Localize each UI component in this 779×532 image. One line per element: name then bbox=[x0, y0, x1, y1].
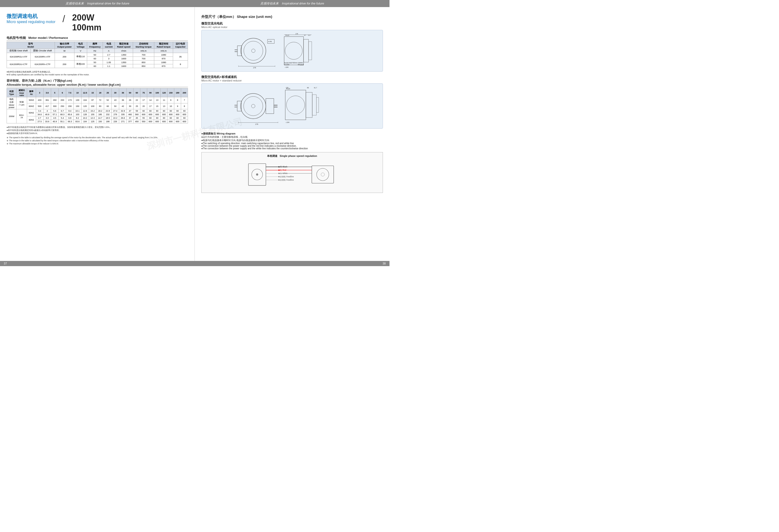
ac-standard-diagram: 176 □104 Φ120 176 66 41.7 4-Φ(B15) bbox=[201, 83, 383, 129]
motor-speed-label: 转速/ r pm bbox=[16, 97, 27, 109]
col-r90: 90 bbox=[147, 88, 154, 97]
svg-point-1 bbox=[244, 41, 263, 60]
col-r3: 3 bbox=[36, 88, 43, 97]
start-atf-50: 700 bbox=[133, 53, 154, 57]
speed-ctf-50: 1350 bbox=[115, 61, 133, 64]
note-en-3: ※ The maximum allowable torque of the re… bbox=[7, 142, 188, 145]
brand-cn-right: 灵感传动未来 bbox=[260, 2, 279, 5]
col-current: 电流current bbox=[103, 42, 115, 49]
ac-optical-title-en: Micro AC optical motor bbox=[201, 26, 383, 28]
col-r200: 200 bbox=[181, 88, 188, 97]
curr-atf-50: 2.7 bbox=[103, 53, 115, 57]
col-r15: 15 bbox=[89, 88, 96, 97]
rated-ctf-60: 870 bbox=[154, 64, 173, 68]
svg-rect-43 bbox=[316, 98, 319, 113]
cap-ctf: 8 bbox=[173, 61, 188, 68]
svg-point-29 bbox=[251, 104, 255, 108]
allow-row-2: 60HZ 50041730025020015012010083605042302… bbox=[7, 103, 188, 109]
curr-ctf-60: 1.1 bbox=[103, 64, 115, 68]
freq-atf-50: 50 bbox=[87, 53, 103, 57]
curr-ctf-50: 1.05 bbox=[103, 61, 115, 64]
allowable-section-title: 容许转矩、容许力矩:上段（N.m）/下段(kgf.cm) Allowable t… bbox=[7, 79, 188, 87]
subh-cap bbox=[173, 49, 188, 53]
brand-cn-left: 灵感传动未来 bbox=[65, 2, 84, 5]
col-model: 型号Model bbox=[7, 42, 55, 49]
col-voltage: 电压Voltage bbox=[74, 42, 87, 49]
svg-point-71 bbox=[321, 173, 324, 176]
svg-text:176: 176 bbox=[286, 87, 289, 88]
wiring-note-en-1: ●The switching of operating direction: m… bbox=[201, 142, 383, 144]
svg-rect-41 bbox=[306, 92, 312, 118]
page-number-left: 37 bbox=[4, 262, 7, 265]
col-r100: 100 bbox=[154, 88, 161, 97]
svg-point-27 bbox=[241, 94, 266, 119]
col-r125: 12.5 bbox=[81, 88, 89, 97]
svg-point-28 bbox=[244, 97, 263, 116]
model-size-block: 200W 100mm bbox=[72, 13, 101, 33]
svg-text:41.7
          
          4-Φ(: 41.7 4-Φ(B15) 电动机导线3*300mm UL1333 6P连接器 … bbox=[314, 87, 317, 88]
perf-row-1: 61K200RGU-ATF 61K200RA-ATF 200 单相110 50 … bbox=[7, 53, 188, 57]
col-r75b: 75 bbox=[140, 88, 147, 97]
left-page: 微型调速电机 Micro speed regulating motor / 20… bbox=[0, 7, 195, 261]
col-r120: 120 bbox=[161, 88, 168, 97]
svg-point-75 bbox=[278, 166, 280, 168]
svg-rect-40 bbox=[285, 90, 306, 120]
gear-6gu: 6GU-□K bbox=[16, 109, 27, 123]
svg-text:18AWG: 18AWG bbox=[298, 62, 303, 64]
col-r25: 25 bbox=[104, 88, 111, 97]
power-ctf: 200 bbox=[55, 61, 74, 68]
shape-title: 外型尺寸（单位mm） Shape size (unit mm) bbox=[201, 15, 383, 19]
ac-standard-title-en: Micro AC motor + standard reducer bbox=[201, 79, 383, 82]
single-phase-wiring-svg: 黑 Black 红 Red 白 White 反馈线 Feedline 反馈线 F… bbox=[204, 159, 380, 190]
power-atf: 200 bbox=[55, 53, 74, 61]
col-r10: 10 bbox=[74, 88, 81, 97]
subh-a: A bbox=[103, 49, 115, 53]
svg-text:□104: □104 bbox=[285, 66, 289, 68]
note-cn-3: ●减速箱的最大容许转矩为60N.M。 bbox=[7, 132, 188, 135]
subh-mnm2: mN.m bbox=[154, 49, 173, 53]
wiring-section: ●接线图备注 Wiring diagram ●运行方向的切换：主要切换电容线，红… bbox=[201, 132, 383, 150]
allow-row-5: 60HZ 2.73.34.55.46.88.210.212.314.718.52… bbox=[7, 116, 188, 120]
model-atf-gear: 61K200RGU-ATF bbox=[7, 53, 31, 61]
col-r180: 180 bbox=[174, 88, 181, 97]
subh-mnm1: mN.m bbox=[133, 49, 154, 53]
svg-text:电动机导线3*300mm: 电动机导线3*300mm bbox=[284, 62, 298, 64]
header-left: 灵感传动未来 Inspirational drive for the futur… bbox=[65, 1, 129, 6]
wiring-note-en-3: ●The connection between the power supply… bbox=[201, 147, 383, 150]
svg-point-2 bbox=[251, 49, 255, 53]
voltage-atf: 单相110 bbox=[74, 53, 87, 61]
footer-bar: 37 38 bbox=[0, 261, 390, 266]
power-200w: 200W bbox=[7, 109, 16, 123]
svg-rect-13 bbox=[284, 37, 304, 65]
motor-perf-table: 型号Model 输出功率Output power 电压Voltage 频率Fre… bbox=[7, 42, 188, 68]
safety-note-cn: ●各种安全规格以电机铭牌上的型号名称确认证。 bbox=[7, 70, 188, 73]
model-ctf-circ: 61K200RA-CTF bbox=[31, 61, 55, 68]
ac-optical-title-cn: 微型交流光电机 bbox=[201, 21, 383, 26]
subh-rpm: r/min bbox=[115, 49, 133, 53]
col-ratio: 减速比Gearratio bbox=[16, 88, 27, 97]
svg-point-0 bbox=[241, 38, 266, 63]
col-r36: 3.6 bbox=[43, 88, 51, 97]
subh-w: W bbox=[55, 49, 74, 53]
freq-atf-60: 60 bbox=[87, 57, 103, 61]
model-size-w: 200W bbox=[72, 13, 101, 22]
svg-text:2.2: 2.2 bbox=[308, 35, 310, 36]
svg-point-58 bbox=[256, 173, 258, 175]
col-r150: 150 bbox=[168, 88, 174, 97]
header-right: 灵感传动未来 Inspirational drive for the futur… bbox=[260, 1, 324, 6]
curr-atf-60: 3 bbox=[103, 57, 115, 61]
col-hz: 频率Hz bbox=[27, 88, 36, 97]
safety-note-en: ●All safety specifications are certified… bbox=[7, 73, 188, 76]
col-freq: 频率Frequency bbox=[87, 42, 103, 49]
allow-row-1: 电机功率Motorpower 转速/ r pm 50HZ 43336126020… bbox=[7, 97, 188, 103]
col-rated-torque: 额定转矩Rated torque bbox=[154, 42, 173, 49]
col-type: 机型Type bbox=[7, 88, 16, 97]
perf-row-3: 61K200RGU-CTF 61K200RA-CTF 200 单相220 50 … bbox=[7, 61, 188, 64]
svg-text:反馈线 Feedline: 反馈线 Feedline bbox=[280, 179, 294, 181]
start-ctf-60: 850 bbox=[133, 64, 154, 68]
allowable-notes: ●表中转速是以电机的平均转速为基数除以减速比所算出的数值。实际转速将随负载大小变… bbox=[7, 126, 188, 145]
svg-text:37: 37 bbox=[304, 35, 306, 36]
svg-text:UL1333: UL1333 bbox=[284, 64, 290, 65]
model-ctf-gear: 61K200RGU-CTF bbox=[7, 61, 31, 68]
col-r30: 30 bbox=[112, 88, 119, 97]
